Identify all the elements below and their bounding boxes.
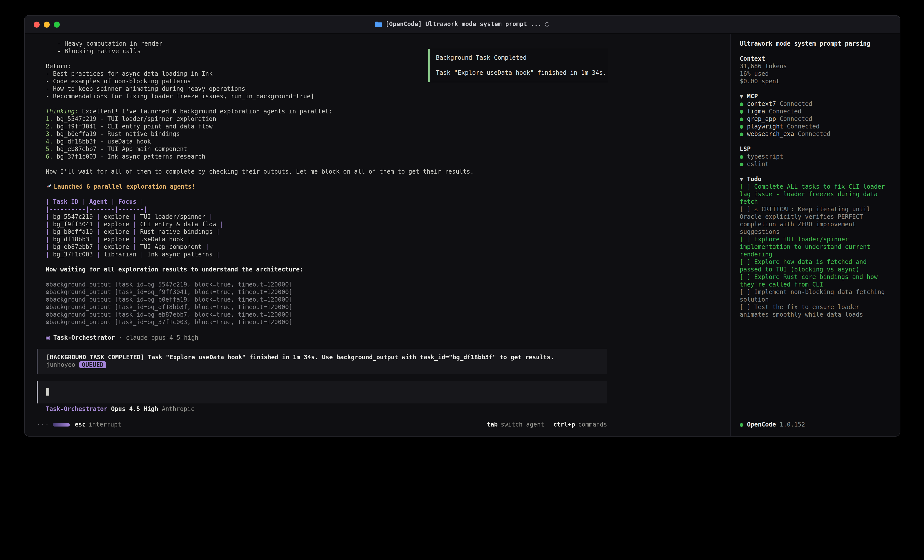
status-badge: QUEUED [80, 361, 106, 368]
thinking-label: Thinking: [46, 108, 78, 115]
orchestrator-model: claude-opus-4-5-high [126, 334, 198, 341]
mcp-item: ● context7 Connected [740, 100, 891, 108]
rocket-icon [46, 183, 52, 190]
todo-checkbox: [ ] [740, 274, 750, 280]
todo-checkbox: [ ] [740, 304, 750, 311]
orchestrator-icon: ▣ [46, 334, 50, 341]
traffic-lights [25, 21, 60, 27]
wait-text: Now I'll wait for all of them to complet… [25, 168, 730, 176]
app-version-footer: ● OpenCode 1.0.152 [740, 421, 805, 428]
status-dot-icon: ● [740, 123, 743, 130]
zoom-button[interactable] [54, 21, 60, 27]
todo-item: [ ] Implement non-blocking data fetching… [740, 289, 891, 304]
active-agent-provider: Anthropic [162, 406, 194, 412]
gear-icon: ⚙ [46, 281, 49, 288]
tool-call-line: ⚙background_output [task_id=bg_df18bb3f,… [25, 304, 730, 311]
todo-checkbox: [ ] [740, 206, 750, 213]
close-button[interactable] [34, 21, 40, 27]
message-text: [BACKGROUND TASK COMPLETED] Task "Explor… [46, 354, 599, 361]
agent-list-item: 5. bg_eb87ebb7 - TUI App main component [25, 145, 730, 153]
context-used: 16% used [740, 70, 891, 78]
status-circle-icon [545, 22, 550, 27]
gear-icon: ⚙ [46, 319, 49, 326]
toast-body: Task "Explore useData hook" finished in … [436, 69, 602, 77]
return-item: - How to keep spinner animating during h… [25, 85, 730, 93]
lsp-section-header: LSP [740, 145, 891, 153]
table-separator: |----------|-------|-------| [25, 206, 730, 213]
terminal-window: [OpenCode] Ultrawork mode system prompt … [24, 15, 900, 437]
todo-item: [ ] ⚠ CRITICAL: Keep iterating until Ora… [740, 206, 891, 236]
table-row: | bg_f9ff3041 | explore | CLI entry & da… [25, 221, 730, 228]
mcp-item: ● figma Connected [740, 108, 891, 115]
table-row: | bg_df18bb3f | explore | useData hook | [25, 236, 730, 243]
tool-call-line: ⚙background_output [task_id=bg_eb87ebb7,… [25, 311, 730, 319]
toast-notification[interactable]: Background Task Completed Task "Explore … [428, 49, 608, 82]
todo-item: [ ] Explore how data is fetched and pass… [740, 258, 891, 274]
table-header: | Task ID | Agent | Focus | [25, 198, 730, 206]
thinking-line: Thinking: Excellent! I've launched 6 bac… [25, 108, 730, 115]
todo-item: [ ] Explore TUI loader/spinner implement… [740, 236, 891, 258]
context-spent: $0.00 spent [740, 78, 891, 85]
mcp-section-header[interactable]: ▼ MCP [740, 93, 891, 100]
spinner-dots-icon: ··· [37, 421, 50, 428]
todo-item: [ ] Test the fix to ensure loader animat… [740, 304, 891, 319]
session-title: Ultrawork mode system prompt parsing [740, 40, 891, 48]
agent-list-item: 4. bg_df18bb3f - useData hook [25, 138, 730, 145]
orchestrator-name: Task-Orchestrator [53, 334, 115, 341]
status-dot-icon: ● [740, 153, 743, 160]
table-row: | bg_b0effa19 | explore | Rust native bi… [25, 228, 730, 236]
gear-icon: ⚙ [46, 296, 49, 303]
todo-checkbox: [ ] [740, 289, 750, 295]
status-dot-icon: ● [740, 130, 743, 138]
tool-call-line: ⚙background_output [task_id=bg_f9ff3041,… [25, 289, 730, 296]
status-dot-icon: ● [740, 160, 743, 168]
window-titlebar[interactable]: [OpenCode] Ultrawork mode system prompt … [25, 16, 900, 34]
table-row: | bg_5547c219 | explore | TUI loader/spi… [25, 213, 730, 221]
message-meta: junhoyeoQUEUED [46, 361, 599, 369]
lsp-item: ● eslint [740, 160, 891, 168]
chevron-down-icon: ▼ [740, 176, 743, 183]
active-agent-name: Task-Orchestrator [46, 406, 108, 412]
esc-key-hint: esc [75, 421, 86, 428]
agent-list-item: 3. bg_b0effa19 - Rust native bindings [25, 130, 730, 138]
table-row: | bg_37f1c003 | librarian | Ink async pa… [25, 251, 730, 258]
folder-icon [375, 22, 382, 27]
chat-main: - Heavy computation in render - Blocking… [25, 34, 730, 436]
mcp-item: ● playwright Connected [740, 123, 891, 130]
waiting-heading: Now waiting for all exploration results … [25, 266, 730, 274]
context-heading: Context [740, 55, 891, 63]
ctrlp-key-hint: ctrl+p [554, 421, 575, 428]
active-agent-line: Task-Orchestrator Opus 4.5 High Anthropi… [46, 406, 730, 413]
active-agent-model: Opus 4.5 High [111, 406, 158, 412]
background-task-message: [BACKGROUND TASK COMPLETED] Task "Explor… [37, 349, 607, 374]
scrollback-line: - Heavy computation in render [25, 40, 730, 48]
mcp-item: ● websearch_exa Connected [740, 130, 891, 138]
minimize-button[interactable] [44, 21, 50, 27]
launched-line: Launched 6 parallel exploration agents! [25, 183, 730, 191]
todo-item: [ ] Explore Rust core bindings and how t… [740, 274, 891, 289]
warning-icon: ⚠ [754, 206, 758, 213]
todo-item: [ ] Complete ALL tasks to fix CLI loader… [740, 183, 891, 206]
sidebar: Ultrawork mode system prompt parsing Con… [730, 34, 900, 436]
return-heading: Return: [25, 63, 730, 70]
tool-call-line: ⚙background_output [task_id=bg_37f1c003,… [25, 319, 730, 326]
gear-icon: ⚙ [46, 289, 49, 295]
progress-pill [53, 423, 70, 427]
mcp-item: ● grep_app Connected [740, 115, 891, 123]
app-version: 1.0.152 [780, 421, 805, 428]
tool-call-line: ⚙background_output [task_id=bg_b0effa19,… [25, 296, 730, 304]
gear-icon: ⚙ [46, 304, 49, 311]
status-dot-icon: ● [740, 421, 743, 428]
todo-checkbox: [ ] [740, 183, 750, 190]
todo-checkbox: [ ] [740, 236, 750, 243]
return-item: - Recommendations for fixing loader free… [25, 93, 730, 100]
orchestrator-line: ▣ Task-Orchestrator · claude-opus-4-5-hi… [25, 334, 730, 341]
prompt-input[interactable]: ▊ [37, 381, 607, 403]
message-author: junhoyeo [46, 361, 75, 368]
status-dot-icon: ● [740, 108, 743, 115]
table-row: | bg_eb87ebb7 | explore | TUI App compon… [25, 243, 730, 251]
chevron-down-icon: ▼ [740, 93, 743, 100]
todo-section-header[interactable]: ▼ Todo [740, 176, 891, 183]
window-title: [OpenCode] Ultrawork mode system prompt … [25, 21, 900, 28]
context-tokens: 31,686 tokens [740, 63, 891, 70]
